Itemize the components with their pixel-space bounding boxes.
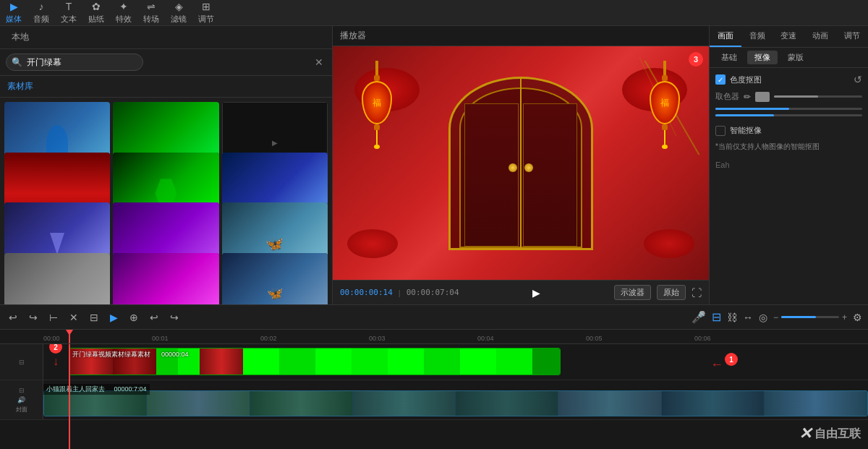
- sticker-icon: ✿: [92, 1, 101, 12]
- toolbar-item-effects[interactable]: ✦ 特效: [116, 1, 132, 25]
- list-item[interactable]: 🦋 0003 ⬇: [222, 253, 328, 305]
- fullscreen-icon[interactable]: ⛶: [692, 287, 702, 299]
- ruler-mark-3: 00:03: [369, 335, 386, 342]
- next-frame-button[interactable]: ↪: [167, 310, 182, 325]
- toolbar-item-media[interactable]: ▶ 媒体: [6, 1, 22, 25]
- main-area: 本地 🔍 ✕ 素材库 0005 ⬇: [0, 26, 868, 304]
- delete-button[interactable]: ✕: [67, 310, 81, 325]
- track-row-video: ⊟ 🔊 封面 小猫跟着主人回家去 00000:7:04: [0, 380, 868, 420]
- edge-slider[interactable]: [715, 114, 862, 116]
- search-bar: 🔍 ✕: [0, 49, 332, 76]
- zoom-out-icon[interactable]: −: [773, 312, 778, 322]
- asset-thumbnail: [113, 253, 218, 305]
- toolbar-item-transition[interactable]: ⇌ 转场: [143, 1, 159, 25]
- list-item[interactable]: 0004 ⬇: [4, 253, 110, 305]
- top-toolbar: ▶ 媒体 ♪ 音频 T 文本 ✿ 贴纸 ✦ 特效 ⇌ 转场 ◈ 滤镜 ⊞ 调节: [0, 0, 868, 26]
- green-track-label: 开门绿幕视频素材绿幕素材 00000:04: [72, 350, 189, 359]
- timeline-toolbar: ↩ ↪ ⊢ ✕ ⊟ ▶ ⊕ ↩ ↪ 🎤 ⊟ ⛓ ↔ ◎ − + ⚙: [0, 305, 868, 330]
- right-tabs: 画面 音频 变速 动画 调节: [710, 26, 868, 48]
- eyedropper-icon[interactable]: ✏: [744, 92, 751, 102]
- subtab-keying[interactable]: 抠像: [747, 51, 778, 64]
- left-panel: 本地 🔍 ✕ 素材库 0005 ⬇: [0, 26, 333, 304]
- undo-button[interactable]: ↩: [6, 310, 20, 325]
- video-track-label: 小猫跟着主人回家去 00000:7:04: [43, 384, 150, 395]
- color-picker-row: 取色器 ✏: [715, 91, 862, 102]
- zoom-in-icon[interactable]: +: [842, 312, 847, 322]
- tracks-container: ⊟ 开门绿幕视频素材绿幕素材 00000:04: [0, 344, 868, 449]
- chroma-key-section: ✓ 色度抠图 ↺ 取色器 ✏: [715, 74, 862, 116]
- settings-icon[interactable]: ⚙: [853, 312, 862, 323]
- filter-icon: ◈: [175, 1, 183, 12]
- target-icon[interactable]: ◎: [759, 312, 767, 323]
- link-icon[interactable]: ↔: [743, 312, 753, 323]
- chroma-key-checkbox[interactable]: ✓: [715, 74, 726, 85]
- ruler-mark-0: 00:00: [43, 335, 60, 342]
- tab-tune[interactable]: 调节: [836, 26, 868, 47]
- green-screen-track[interactable]: 开门绿幕视频素材绿幕素材 00000:04: [69, 348, 561, 375]
- reset-button[interactable]: ↺: [854, 74, 862, 85]
- subtab-mask[interactable]: 蒙版: [780, 51, 811, 64]
- redo-button[interactable]: ↪: [26, 310, 41, 325]
- toolbar-item-text[interactable]: T 文本: [61, 1, 77, 25]
- search-close-button[interactable]: ✕: [312, 55, 326, 69]
- zoom-control: − +: [773, 312, 847, 322]
- smart-portrait-title: 智能抠像: [715, 125, 862, 136]
- subtab-basic[interactable]: 基础: [714, 51, 744, 64]
- intensity-slider[interactable]: [715, 108, 862, 110]
- composite-button[interactable]: ⊟: [87, 310, 101, 325]
- video-track[interactable]: [43, 390, 868, 416]
- preview-header: 播放器: [333, 26, 709, 46]
- list-item[interactable]: 0006 ⬇: [113, 253, 218, 305]
- slider-row-1: [715, 108, 862, 110]
- zoom-slider[interactable]: [781, 316, 839, 318]
- tab-speed[interactable]: 变速: [773, 26, 805, 47]
- annotation-circle-3: 3: [689, 52, 703, 67]
- toolbar-item-adjust[interactable]: ⊞ 调节: [198, 1, 214, 25]
- toolbar-item-filter[interactable]: ◈ 滤镜: [171, 1, 187, 25]
- media-icon: ▶: [10, 1, 18, 12]
- smart-portrait-section: 智能抠像 *当前仅支持人物图像的智能抠图: [715, 125, 862, 152]
- search-input[interactable]: [6, 54, 143, 71]
- color-swatch[interactable]: [755, 92, 770, 102]
- right-panel: 画面 音频 变速 动画 调节 基础 抠像 蒙版 ✓ 色度抠图 ↺ 取色器 ✏: [709, 26, 868, 304]
- mic-icon[interactable]: 🎤: [692, 310, 706, 324]
- text-icon: T: [66, 1, 72, 12]
- preview-area: 播放器 福: [333, 26, 709, 304]
- smart-portrait-checkbox[interactable]: [715, 126, 726, 136]
- annotation-badge-1: 1: [725, 353, 738, 366]
- ruler-mark-5: 00:05: [586, 335, 603, 342]
- transition-icon: ⇌: [147, 1, 156, 12]
- effects-icon: ✦: [119, 1, 128, 12]
- preview-video: 福 福: [333, 46, 709, 280]
- connect-icon[interactable]: ⊟: [712, 310, 721, 324]
- prev-frame-button[interactable]: ↩: [147, 310, 161, 325]
- arrow-1: ←: [710, 357, 723, 372]
- time-current: 00:00:00:14: [340, 288, 393, 297]
- left-tabs: 本地: [0, 26, 332, 49]
- slider-row-2: [715, 114, 862, 116]
- tab-local[interactable]: 本地: [6, 29, 35, 46]
- show-wave-button[interactable]: 示波器: [614, 285, 651, 300]
- time-total: 00:00:07:04: [407, 288, 459, 297]
- asset-section-label: 素材库: [0, 76, 332, 98]
- search-wrapper: 🔍: [6, 54, 309, 71]
- tab-audio[interactable]: 音频: [741, 26, 773, 47]
- color-slider: [774, 95, 862, 98]
- right-sub-tabs: 基础 抠像 蒙版: [710, 48, 868, 68]
- toolbar-item-audio[interactable]: ♪ 音频: [33, 1, 49, 25]
- chroma-key-title: ✓ 色度抠图 ↺: [715, 74, 862, 85]
- original-button[interactable]: 原始: [657, 285, 686, 300]
- chain-icon[interactable]: ⛓: [727, 312, 737, 323]
- play-button[interactable]: ▶: [528, 286, 545, 300]
- tab-screen[interactable]: 画面: [710, 26, 741, 47]
- tab-animate[interactable]: 动画: [804, 26, 836, 47]
- timeline-area: ↩ ↪ ⊢ ✕ ⊟ ▶ ⊕ ↩ ↪ 🎤 ⊟ ⛓ ↔ ◎ − + ⚙ 00:00 …: [0, 304, 868, 449]
- cover-label: 封面: [16, 406, 27, 414]
- play-timeline-button[interactable]: ▶: [107, 310, 121, 325]
- search-icon: 🔍: [12, 57, 22, 67]
- split-button[interactable]: ⊢: [46, 310, 61, 325]
- add-button[interactable]: ⊕: [127, 310, 141, 325]
- toolbar-item-sticker[interactable]: ✿ 贴纸: [88, 1, 104, 25]
- smart-portrait-desc: *当前仅支持人物图像的智能抠图: [715, 142, 862, 152]
- video-frames: [44, 391, 867, 416]
